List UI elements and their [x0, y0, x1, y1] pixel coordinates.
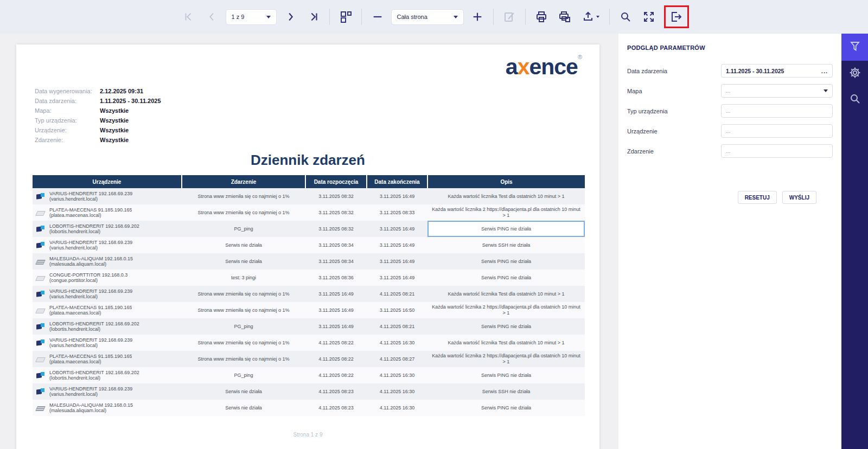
- gear-icon: [848, 66, 861, 81]
- device-cell: VARIUS-HENDRERIT 192.168.69.239 (varius.…: [33, 286, 182, 302]
- event-cell: Serwis nie działa: [182, 237, 305, 253]
- last-page-button[interactable]: [304, 8, 323, 26]
- column-header[interactable]: Zdarzenie: [182, 175, 305, 188]
- device-name: MALESUADA-ALIQUAM 192.168.0.15: [49, 402, 133, 408]
- device-hostname: (varius.hendrerit.local): [49, 392, 132, 397]
- next-page-button[interactable]: [281, 8, 299, 26]
- description-cell[interactable]: Serwis SSH nie działa: [427, 383, 585, 400]
- table-row: VARIUS-HENDRERIT 192.168.69.239 (varius.…: [33, 237, 585, 253]
- device-icon: [36, 371, 45, 380]
- description-cell[interactable]: Serwis PING nie działa: [427, 253, 585, 270]
- zoom-select[interactable]: Cała strona: [392, 10, 463, 24]
- meta-label: Typ urządzenia:: [35, 117, 100, 124]
- table-row: VARIUS-HENDRERIT 192.168.69.239 (varius.…: [33, 335, 585, 351]
- print-page-button[interactable]: [556, 8, 574, 26]
- page-select[interactable]: 1 z 9: [226, 10, 276, 24]
- description-cell[interactable]: Każda wartość licznika 2 https://dlapacj…: [427, 302, 585, 318]
- device-cell: PLATEA-MAECENAS 91.185.190.165 (platea.m…: [33, 351, 182, 367]
- zoom-select-value: Cała strona: [397, 14, 427, 20]
- parameter-input[interactable]: 1.11.2025 - 30.11.2025 ...: [721, 64, 833, 78]
- end-date-cell: 4.11.2025 16:30: [367, 335, 427, 351]
- description-cell[interactable]: Serwis SSH nie działa: [427, 237, 585, 253]
- edit-parameters-button[interactable]: [500, 8, 519, 26]
- parameter-value: ...: [726, 88, 824, 94]
- device-name: VARIUS-HENDRERIT 192.168.69.239: [49, 288, 132, 294]
- page-number-footer: Strona 1 z 9: [16, 432, 599, 438]
- event-cell: Serwis nie działa: [182, 400, 305, 416]
- chevron-right-icon: [284, 11, 296, 23]
- tab-settings[interactable]: [841, 60, 868, 87]
- search-button[interactable]: [616, 8, 635, 26]
- meta-row: Urządzenie: Wszystkie: [35, 125, 161, 135]
- export-button[interactable]: [579, 8, 603, 26]
- description-cell[interactable]: Każda wartość licznika 2 https://dlapacj…: [427, 351, 585, 367]
- device-cell: MALESUADA-ALIQUAM 192.168.0.15 (malesuad…: [33, 400, 182, 416]
- device-name: PLATEA-MAECENAS 91.185.190.165: [49, 354, 132, 360]
- column-header[interactable]: Data zakończenia: [367, 175, 427, 188]
- parameter-input[interactable]: ...: [721, 124, 833, 138]
- device-cell: VARIUS-HENDRERIT 192.168.69.239 (varius.…: [33, 335, 182, 351]
- table-row: VARIUS-HENDRERIT 192.168.69.239 (varius.…: [33, 188, 585, 204]
- parameter-value: ...: [726, 128, 828, 134]
- description-cell[interactable]: Każda wartość licznika Test dla ostatnic…: [427, 335, 585, 351]
- parameter-input[interactable]: ...: [721, 144, 833, 158]
- description-cell[interactable]: Każda wartość licznika 2 https://dlapacj…: [427, 204, 585, 221]
- toolbar-divider: [609, 9, 610, 25]
- zoom-out-button[interactable]: [368, 8, 387, 26]
- search-icon: [619, 10, 632, 23]
- description-cell[interactable]: Serwis PING nie działa: [427, 400, 585, 416]
- column-header[interactable]: Opis: [427, 175, 585, 188]
- description-cell[interactable]: Serwis PING nie działa: [427, 367, 585, 383]
- start-date-cell: 3.11.2025 16:49: [305, 302, 367, 318]
- print-button[interactable]: [532, 8, 551, 26]
- tab-search[interactable]: [841, 86, 868, 113]
- device-hostname: (varius.hendrerit.local): [49, 245, 132, 251]
- table-row: MALESUADA-ALIQUAM 192.168.0.15 (malesuad…: [33, 253, 585, 270]
- event-cell: Serwis nie działa: [182, 253, 305, 270]
- parameter-input[interactable]: ...: [721, 84, 833, 98]
- panel-title: PODGLĄD PARAMETRÓW: [627, 44, 705, 51]
- toolbar-divider: [329, 9, 330, 25]
- description-cell[interactable]: Każda wartość licznika Test dla ostatnic…: [427, 188, 585, 204]
- report-toolbar: 1 z 9 Cała strona: [0, 0, 868, 34]
- fullscreen-button[interactable]: [640, 8, 658, 26]
- ellipsis-button[interactable]: ...: [821, 69, 828, 73]
- event-cell: PG_ping: [182, 367, 305, 383]
- meta-value: 1.11.2025 - 30.11.2025: [100, 98, 161, 104]
- start-date-cell: 3.11.2025 08:32: [305, 188, 367, 204]
- page-layout-button[interactable]: [336, 8, 355, 26]
- device-hostname: (lobortis.hendrerit.local): [49, 229, 139, 235]
- description-cell[interactable]: Serwis PING nie działa: [427, 270, 585, 286]
- tab-parameters[interactable]: [841, 34, 868, 61]
- table-row: LOBORTIS-HENDRERIT 192.168.69.202 (lobor…: [33, 367, 585, 383]
- previous-page-button[interactable]: [203, 8, 221, 26]
- column-header[interactable]: Urządzenie: [33, 175, 182, 188]
- event-cell: PG_ping: [182, 221, 305, 237]
- exit-preview-button[interactable]: [667, 8, 686, 26]
- end-date-cell: 4.11.2025 16:30: [367, 400, 427, 416]
- parameter-label: Typ urządzenia: [627, 108, 721, 114]
- device-cell: VARIUS-HENDRERIT 192.168.69.239 (varius.…: [33, 188, 182, 204]
- reset-button[interactable]: RESETUJ: [738, 191, 777, 204]
- start-date-cell: 3.11.2025 08:32: [305, 204, 367, 221]
- start-date-cell: 4.11.2025 08:23: [305, 400, 367, 416]
- device-hostname: (varius.hendrerit.local): [49, 294, 132, 300]
- parameter-label: Urządzenie: [627, 128, 721, 134]
- start-date-cell: 4.11.2025 08:22: [305, 351, 367, 367]
- description-cell[interactable]: Serwis PING nie działa: [427, 318, 585, 335]
- device-name: VARIUS-HENDRERIT 192.168.69.239: [49, 191, 132, 197]
- description-cell[interactable]: Serwis PING nie działa: [427, 221, 585, 237]
- parameter-field-row: Zdarzenie ...: [627, 141, 833, 161]
- first-page-button[interactable]: [180, 8, 198, 26]
- export-icon: [582, 10, 595, 23]
- description-cell[interactable]: Każda wartość licznika Test dla ostatnic…: [427, 286, 585, 302]
- device-cell: PLATEA-MAECENAS 91.185.190.165 (platea.m…: [33, 302, 182, 318]
- submit-button[interactable]: WYŚLIJ: [782, 191, 816, 204]
- end-date-cell: 3.11.2025 16:49: [367, 188, 427, 204]
- parameter-input[interactable]: ...: [721, 104, 833, 118]
- zoom-in-button[interactable]: [468, 8, 487, 26]
- report-page: axence® Data wygenerowania: 2.12.2025 09…: [16, 44, 599, 449]
- meta-value: Wszystkie: [100, 117, 129, 124]
- event-cell: Strona www zmieniła się co najmniej o 1%: [182, 302, 305, 318]
- column-header[interactable]: Data rozpoczęcia: [305, 175, 367, 188]
